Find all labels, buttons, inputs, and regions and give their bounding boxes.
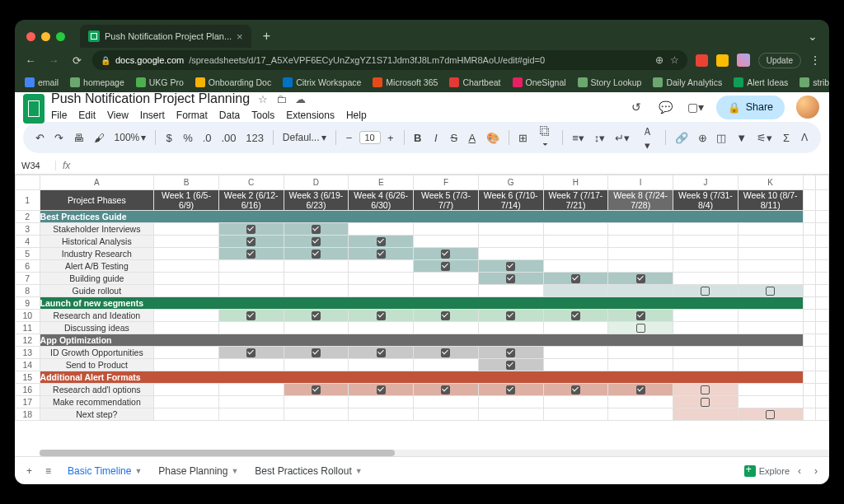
gantt-cell[interactable] [608,260,673,273]
checkbox-icon[interactable] [766,287,775,296]
bookmark-item[interactable]: email [25,77,59,87]
gantt-cell[interactable] [543,322,608,334]
gantt-cell[interactable] [673,347,738,359]
checkbox-icon[interactable] [506,361,515,370]
gantt-cell[interactable] [478,273,543,285]
row-header[interactable]: 14 [16,359,40,371]
bookmark-item[interactable]: Daily Analytics [653,77,722,87]
row-header[interactable]: 13 [16,347,40,359]
gantt-cell[interactable] [478,322,543,334]
row-header[interactable]: 18 [16,408,40,421]
gantt-cell[interactable] [543,223,608,236]
gantt-cell[interactable] [673,223,738,236]
chevron-down-icon[interactable]: ▼ [231,467,238,475]
checkbox-icon[interactable] [571,274,580,283]
gantt-cell[interactable] [608,285,673,297]
column-header[interactable]: I [608,175,673,190]
gantt-cell[interactable] [284,396,349,408]
cloud-status-icon[interactable]: ☁ [295,93,306,105]
increase-decimal-button[interactable]: .00 [217,128,240,147]
gantt-cell[interactable] [218,347,284,359]
gantt-cell[interactable] [543,396,608,408]
gantt-cell[interactable] [478,310,543,322]
task-label[interactable]: Alert A/B Testing [40,260,154,273]
gantt-cell[interactable] [218,260,284,273]
row-header[interactable]: 6 [16,260,40,273]
gantt-cell[interactable] [154,384,219,396]
task-label[interactable]: Research add'l options [40,384,154,396]
new-tab-button[interactable]: + [258,29,275,44]
gantt-cell[interactable] [349,236,414,248]
gantt-cell[interactable] [154,248,219,260]
gantt-cell[interactable] [738,359,803,371]
gantt-cell[interactable] [284,260,349,273]
gantt-cell[interactable] [218,359,284,371]
bookmark-item[interactable]: Story Lookup [578,77,642,87]
scroll-left-button[interactable]: ‹ [793,462,806,480]
gantt-cell[interactable] [673,310,738,322]
gantt-cell[interactable] [349,408,414,421]
more-formats-button[interactable]: 123 [241,128,268,147]
spreadsheet-grid[interactable]: ABCDEFGHIJK1Project PhasesWeek 1 (6/5-6/… [15,175,829,456]
gantt-cell[interactable] [738,322,803,334]
gantt-cell[interactable] [349,273,414,285]
row-header[interactable]: 2 [16,211,40,223]
gantt-cell[interactable] [673,359,738,371]
checkbox-icon[interactable] [377,348,386,357]
strikethrough-button[interactable]: S [446,128,462,147]
gantt-cell[interactable] [738,236,803,248]
checkbox-icon[interactable] [506,262,515,271]
gantt-cell[interactable] [478,285,543,297]
comment-button[interactable]: ⊕ [694,128,711,147]
gantt-cell[interactable] [543,359,608,371]
column-header[interactable]: B [154,175,219,190]
gantt-cell[interactable] [284,322,349,334]
column-header[interactable]: K [738,175,803,190]
checkbox-icon[interactable] [377,385,386,394]
task-label[interactable]: Next step? [40,408,154,421]
gantt-cell[interactable] [154,322,219,334]
maximize-window-button[interactable] [56,32,65,41]
phase-header-cell[interactable]: Project Phases [40,190,154,211]
bookmark-item[interactable]: Citrix Workspace [283,77,361,87]
account-avatar[interactable] [796,96,819,119]
print-button[interactable]: 🖶 [69,128,88,147]
decrease-decimal-button[interactable]: .0 [199,128,216,147]
gantt-cell[interactable] [349,310,414,322]
gantt-cell[interactable] [218,248,284,260]
phase-title-appopt[interactable]: App Optimization [40,334,803,347]
gantt-cell[interactable] [543,408,608,421]
update-button[interactable]: Update [758,53,801,68]
task-label[interactable]: Make recommendation [40,396,154,408]
checkbox-icon[interactable] [246,348,256,357]
row-header[interactable]: 8 [16,285,40,297]
checkbox-icon[interactable] [701,287,710,296]
checkbox-icon[interactable] [571,311,580,320]
gantt-cell[interactable] [673,273,738,285]
rotate-button[interactable]: Ａ▾ [635,121,660,155]
gantt-cell[interactable] [218,273,284,285]
gantt-cell[interactable] [349,384,414,396]
checkbox-icon[interactable] [571,385,580,394]
menu-help[interactable]: Help [346,110,367,121]
link-button[interactable]: 🔗 [671,128,692,147]
task-label[interactable]: ID Growth Opportunities [40,347,154,359]
comments-icon[interactable]: 💬 [657,100,675,114]
menu-insert[interactable]: Insert [140,110,165,121]
gantt-cell[interactable] [608,223,673,236]
wrap-button[interactable]: ↵▾ [611,128,634,147]
text-color-button[interactable]: A [464,128,481,147]
gantt-cell[interactable] [608,347,673,359]
week-header-cell[interactable]: Week 3 (6/19-6/23) [284,190,349,211]
checkbox-icon[interactable] [441,348,450,357]
tab-overflow-icon[interactable]: ⌄ [808,30,823,43]
row-header[interactable]: 15 [16,371,40,384]
week-header-cell[interactable]: Week 5 (7/3-7/7) [414,190,479,211]
gantt-cell[interactable] [218,322,284,334]
checkbox-icon[interactable] [441,385,450,394]
gantt-cell[interactable] [543,310,608,322]
checkbox-icon[interactable] [636,311,645,320]
gantt-cell[interactable] [414,347,479,359]
gantt-cell[interactable] [608,359,673,371]
gantt-cell[interactable] [349,322,414,334]
